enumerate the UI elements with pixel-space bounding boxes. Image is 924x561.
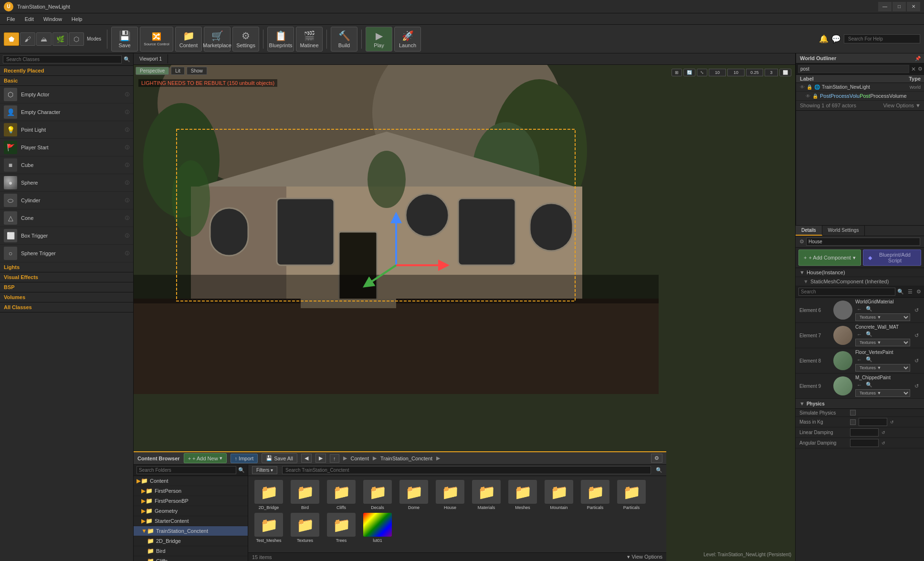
scale-input[interactable] — [746, 69, 763, 76]
element-7-textures[interactable]: Textures ▼ — [855, 339, 910, 346]
build-button[interactable]: 🔨 Build — [331, 27, 357, 52]
maximize-viewport-btn[interactable]: ⬜ — [779, 69, 791, 76]
mass-input[interactable] — [859, 418, 887, 426]
simulate-physics-checkbox[interactable] — [850, 410, 856, 416]
tile-trees[interactable]: 📁 Trees — [325, 513, 358, 543]
menu-edit[interactable]: Edit — [20, 13, 39, 25]
cb-path-folder[interactable]: TrainStation_Conctent — [380, 456, 432, 461]
item-sphere-trigger[interactable]: ○ Sphere Trigger ⓘ — [0, 245, 133, 262]
marketplace-button[interactable]: 🛒 Marketplace — [204, 27, 231, 52]
mode-landscape-btn[interactable]: ⛰ — [36, 32, 52, 46]
section-recently-placed[interactable]: Recently Placed — [0, 66, 133, 76]
item-box-trigger[interactable]: ⬜ Box Trigger ⓘ — [0, 227, 133, 245]
element-6-reset-btn[interactable]: ↺ — [913, 307, 920, 314]
angular-damping-input[interactable]: 0.0 — [850, 439, 879, 447]
mode-placement-btn[interactable]: ⬟ — [4, 32, 19, 46]
tile-textures[interactable]: 📁 Textures — [288, 513, 322, 543]
actor-name-input[interactable] — [806, 238, 920, 246]
section-visual-effects[interactable]: Visual Effects — [0, 272, 133, 282]
mass-reset-btn[interactable]: ↺ — [890, 420, 894, 425]
element-7-search-btn[interactable]: 🔍 — [864, 331, 874, 338]
save-button[interactable]: 💾 Save — [111, 27, 138, 52]
content-search-input[interactable] — [282, 466, 651, 474]
element-8-textures[interactable]: Textures ▼ — [855, 364, 910, 372]
lock-icon[interactable]: 🔒 — [807, 84, 812, 90]
outliner-search-input[interactable] — [798, 65, 909, 73]
folder-trainstation[interactable]: ▼📁 TrainStation_Conctent — [134, 526, 248, 536]
element-9-textures[interactable]: Textures ▼ — [855, 389, 910, 397]
details-list-view[interactable]: ☰ — [908, 289, 913, 295]
mass-checkbox[interactable] — [850, 419, 856, 425]
mode-foliage-btn[interactable]: 🌿 — [52, 32, 68, 46]
source-control-button[interactable]: 🔀 Source Control — [140, 27, 173, 52]
instance-label[interactable]: ▼ House(Instance) — [796, 268, 924, 277]
menu-file[interactable]: File — [2, 13, 20, 25]
item-player-start[interactable]: 🚩 Player Start ⓘ — [0, 139, 133, 156]
element-7-row[interactable]: Element 7 Concrete_Wall_MAT ← 🔍 Textures… — [796, 323, 924, 348]
section-bsp[interactable]: BSP — [0, 282, 133, 292]
class-search-icon[interactable]: 🔍 — [124, 56, 130, 62]
element-8-row[interactable]: Element 8 Floor_VertexPaint ← 🔍 Textures… — [796, 348, 924, 374]
cb-up-button[interactable]: ↑ — [330, 454, 339, 463]
tile-2dbridge[interactable]: 📁 2D_Bridge — [252, 480, 285, 510]
section-all-classes[interactable]: All Classes — [0, 302, 133, 312]
element-8-search-btn[interactable]: 🔍 — [864, 356, 874, 363]
settings-button[interactable]: ⚙ Settings — [232, 27, 259, 52]
tab-details[interactable]: Details — [796, 226, 822, 236]
launch-button[interactable]: 🚀 Launch — [394, 27, 421, 52]
rotation-input[interactable] — [727, 69, 745, 76]
details-settings[interactable]: ⚙ — [916, 289, 921, 295]
eye-icon[interactable]: 👁 — [800, 84, 805, 90]
cb-forward-button[interactable]: ▶ — [315, 454, 326, 463]
tile-dome[interactable]: 📁 Dome — [397, 480, 430, 510]
element-9-reset-btn[interactable]: ↺ — [913, 383, 920, 390]
section-volumes[interactable]: Volumes — [0, 292, 133, 302]
angular-damping-reset-btn[interactable]: ↺ — [882, 441, 885, 446]
help-search-input[interactable] — [844, 34, 920, 43]
cb-path-content[interactable]: Content — [351, 456, 369, 461]
lit-btn[interactable]: Lit — [171, 67, 185, 75]
element-9-row[interactable]: Element 9 M_ChippedPaint ← 🔍 Textures ▼ … — [796, 374, 924, 399]
outliner-search-x[interactable]: ✕ — [911, 66, 916, 73]
element-7-arrow-btn[interactable]: ← — [855, 331, 863, 338]
element-8-reset-btn[interactable]: ↺ — [913, 357, 920, 364]
item-cylinder[interactable]: ⬭ Cylinder ⓘ — [0, 192, 133, 209]
tile-bird[interactable]: 📁 Bird — [288, 480, 322, 510]
folder-content[interactable]: ▶📁 Content — [134, 476, 248, 486]
save-all-button[interactable]: 💾 Save All — [262, 453, 297, 463]
grid-snap-input[interactable] — [709, 69, 726, 76]
pp-lock-icon[interactable]: 🔒 — [812, 94, 818, 99]
tile-particals-1[interactable]: 📁 Particals — [578, 480, 612, 510]
close-button[interactable]: ✕ — [907, 2, 920, 11]
show-btn[interactable]: Show — [187, 67, 207, 75]
element-9-search-btn[interactable]: 🔍 — [864, 381, 874, 388]
folder-bird[interactable]: 📁 Bird — [134, 546, 248, 556]
element-9-arrow-btn[interactable]: ← — [855, 381, 863, 388]
outliner-item-world[interactable]: 👁 🔒 🌐 TrainStation_NewLight World — [796, 83, 924, 92]
cb-back-button[interactable]: ◀ — [301, 454, 312, 463]
folder-firstperson[interactable]: ▶📁 FirstPerson — [134, 486, 248, 496]
add-component-button[interactable]: + + Add Component ▾ — [798, 249, 861, 266]
matinee-button[interactable]: 🎬 Matinee — [296, 27, 323, 52]
blueprints-button[interactable]: 📋 Blueprints — [267, 27, 294, 52]
pp-eye-icon[interactable]: 👁 — [806, 94, 810, 99]
tab-world-settings[interactable]: World Settings — [822, 226, 865, 236]
tile-cliffs[interactable]: 📁 Cliffs — [325, 480, 358, 510]
item-cone[interactable]: △ Cone ⓘ — [0, 209, 133, 227]
linear-damping-input[interactable]: 0.01 — [850, 428, 879, 436]
folder-firstpersonbp[interactable]: ▶📁 FirstPersonBP — [134, 496, 248, 506]
element-6-arrow-btn[interactable]: ← — [855, 305, 863, 312]
play-button[interactable]: ▶ Play — [366, 27, 392, 52]
camera-speed-input[interactable] — [765, 69, 778, 76]
section-lights[interactable]: Lights — [0, 262, 133, 272]
element-8-arrow-btn[interactable]: ← — [855, 356, 863, 363]
mode-paint-btn[interactable]: 🖌 — [20, 32, 35, 46]
tile-materials[interactable]: 📁 Materials — [470, 480, 503, 510]
tile-decals[interactable]: 📁 Decals — [361, 480, 394, 510]
item-empty-actor[interactable]: ⬡ Empty Actor ⓘ — [0, 86, 133, 104]
item-point-light[interactable]: 💡 Point Light ⓘ — [0, 121, 133, 139]
folder-startercontent[interactable]: ▶📁 StarterContent — [134, 516, 248, 526]
outliner-pin[interactable]: 📌 — [915, 56, 921, 61]
tile-test-meshes[interactable]: 📁 Test_Meshes — [252, 513, 285, 543]
view-options-outliner[interactable]: View Options ▼ — [883, 103, 921, 108]
